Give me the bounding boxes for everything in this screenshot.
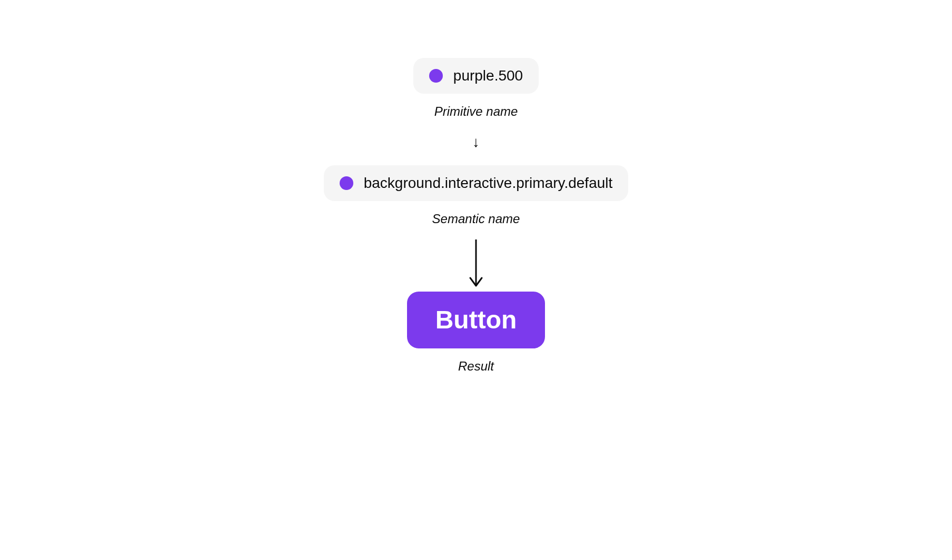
semantic-token-label: background.interactive.primary.default — [364, 175, 613, 192]
primitive-caption: Primitive name — [434, 104, 518, 119]
semantic-section: background.interactive.primary.default S… — [324, 165, 629, 226]
result-caption: Result — [458, 359, 494, 374]
semantic-caption: Semantic name — [432, 212, 520, 226]
arrow-down-icon: ↓ — [472, 135, 480, 149]
result-section: Button Result — [407, 292, 546, 374]
color-swatch-icon — [429, 69, 443, 83]
result-button[interactable]: Button — [407, 292, 546, 348]
semantic-token-pill: background.interactive.primary.default — [324, 165, 629, 201]
arrow-down-large-icon — [468, 239, 484, 292]
color-swatch-icon — [340, 176, 353, 190]
primitive-token-pill: purple.500 — [413, 58, 539, 94]
primitive-token-label: purple.500 — [453, 67, 523, 84]
primitive-section: purple.500 Primitive name — [413, 58, 539, 119]
